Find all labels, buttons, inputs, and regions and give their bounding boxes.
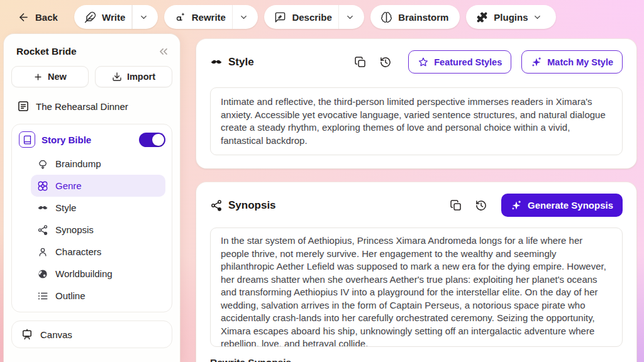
toolbar-pills: Write Rewrite Describe xyxy=(74,5,556,29)
generate-synopsis-button[interactable]: Generate Synopsis xyxy=(501,194,623,217)
history-icon[interactable] xyxy=(379,56,392,69)
download-icon xyxy=(112,72,122,82)
featured-styles-button[interactable]: Featured Styles xyxy=(408,50,511,74)
collapse-sidebar-button[interactable] xyxy=(157,45,170,58)
globe-icon xyxy=(37,268,48,280)
sidebar: Rocket Bride New Import The Rehearsal Di… xyxy=(4,34,180,362)
divider xyxy=(232,5,233,29)
sidebar-item-label: Worldbuilding xyxy=(55,268,113,279)
puzzle-icon xyxy=(476,11,488,23)
easel-icon xyxy=(21,328,33,341)
brain-icon xyxy=(380,11,392,23)
brain-download-icon xyxy=(37,158,48,170)
story-bible-card: Story Bible Braindump Genre Style xyxy=(11,124,172,312)
style-text-field[interactable]: Intimate and reflective, the third-perso… xyxy=(210,87,623,155)
chapter-label: The Rehearsal Dinner xyxy=(36,101,128,112)
write-label: Write xyxy=(102,12,125,23)
rewrite-button[interactable]: Rewrite xyxy=(164,5,258,29)
trash-item[interactable]: Trash (9) xyxy=(16,358,172,362)
new-button[interactable]: New xyxy=(11,66,89,87)
back-button[interactable]: Back xyxy=(18,9,58,25)
describe-dropdown-button[interactable] xyxy=(340,5,360,29)
back-label: Back xyxy=(35,12,58,23)
story-bible-label: Story Bible xyxy=(42,134,91,145)
plugins-button[interactable]: Plugins xyxy=(466,5,555,29)
new-label: New xyxy=(48,72,67,82)
brainstorm-button[interactable]: Brainstorm xyxy=(370,5,460,29)
sparkles-icon xyxy=(511,200,522,211)
divider xyxy=(338,5,340,29)
sidebar-item-braindump[interactable]: Braindump xyxy=(31,153,165,175)
sidebar-item-characters[interactable]: Characters xyxy=(31,241,165,263)
sidebar-item-label: Synopsis xyxy=(55,224,94,235)
network-icon xyxy=(210,199,223,212)
arrow-left-icon xyxy=(18,11,30,23)
chevron-down-icon xyxy=(533,13,545,22)
copy-icon[interactable] xyxy=(354,56,367,69)
sidebar-item-worldbuilding[interactable]: Worldbuilding xyxy=(31,263,165,285)
synopsis-card: Synopsis Generate Synopsis In the star s… xyxy=(196,182,636,362)
divider xyxy=(131,5,133,29)
sparkles-icon xyxy=(531,57,542,68)
style-card-title: Style xyxy=(228,56,254,69)
write-button[interactable]: Write xyxy=(74,5,158,29)
describe-button[interactable]: Describe xyxy=(264,5,364,29)
write-dropdown-button[interactable] xyxy=(133,5,154,29)
sidebar-item-label: Braindump xyxy=(55,158,101,169)
rewrite-dropdown-button[interactable] xyxy=(233,5,254,29)
flower-icon xyxy=(37,180,48,192)
rewrite-label: Rewrite xyxy=(192,12,226,23)
generate-synopsis-label: Generate Synopsis xyxy=(528,200,613,211)
pen-sparkle-icon xyxy=(174,11,186,23)
chevron-down-icon xyxy=(139,13,148,22)
rewrite-synopsis-label: Rewrite Synopsis xyxy=(210,357,623,362)
person-icon xyxy=(37,246,48,258)
sidebar-item-synopsis[interactable]: Synopsis xyxy=(31,219,165,241)
synopsis-card-title: Synopsis xyxy=(228,199,276,212)
star-icon xyxy=(418,57,429,68)
sidebar-item-genre[interactable]: Genre xyxy=(31,175,165,197)
match-my-style-label: Match My Style xyxy=(547,57,613,67)
message-pen-icon xyxy=(274,11,286,23)
synopsis-text-field[interactable]: In the star system of Aethiopius, Prince… xyxy=(210,228,623,347)
import-label: Import xyxy=(127,72,155,82)
document-icon xyxy=(17,100,30,112)
project-title: Rocket Bride xyxy=(16,46,77,57)
describe-label: Describe xyxy=(292,12,331,23)
brainstorm-label: Brainstorm xyxy=(398,12,448,23)
story-bible-toggle[interactable] xyxy=(139,133,165,147)
network-icon xyxy=(37,224,48,236)
plus-icon xyxy=(33,72,43,82)
mustache-icon xyxy=(210,56,223,69)
import-button[interactable]: Import xyxy=(95,66,172,87)
mustache-icon xyxy=(37,202,48,214)
feather-icon xyxy=(84,11,96,23)
chevron-down-icon xyxy=(345,13,355,22)
sidebar-item-outline[interactable]: Outline xyxy=(31,285,165,307)
canvas-label: Canvas xyxy=(40,329,72,340)
style-card: Style Featured Styles Match My Style xyxy=(196,39,636,168)
sidebar-item-style[interactable]: Style xyxy=(31,197,165,219)
plugins-label: Plugins xyxy=(494,12,528,23)
match-my-style-button[interactable]: Match My Style xyxy=(521,50,623,74)
canvas-item[interactable]: Canvas xyxy=(11,321,172,348)
sidebar-item-label: Characters xyxy=(55,246,101,257)
sidebar-item-label: Genre xyxy=(55,180,82,191)
toggle-knob xyxy=(152,134,164,146)
sidebar-item-label: Outline xyxy=(55,290,86,301)
chevrons-left-icon xyxy=(157,45,170,58)
copy-icon[interactable] xyxy=(450,199,462,212)
chevron-down-icon xyxy=(239,13,248,22)
featured-styles-label: Featured Styles xyxy=(434,57,502,67)
sidebar-item-label: Style xyxy=(55,202,76,213)
book-icon xyxy=(19,131,35,148)
top-toolbar: Back Write Rewrite xyxy=(0,0,644,34)
chapter-item[interactable]: The Rehearsal Dinner xyxy=(13,97,171,116)
list-icon xyxy=(37,290,48,302)
history-icon[interactable] xyxy=(475,199,487,212)
